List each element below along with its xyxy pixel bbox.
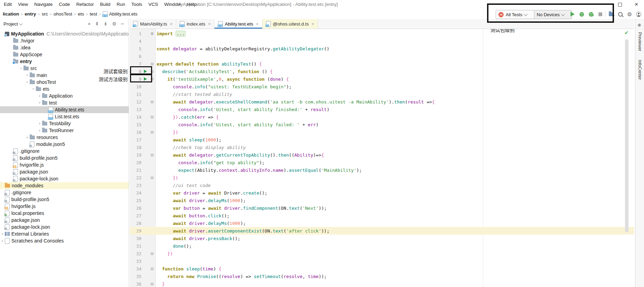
fold-minus-icon[interactable]: ⊟ — [149, 115, 155, 119]
tree-row-testability[interactable]: ›TestAbility — [0, 120, 129, 127]
menu-item-code[interactable]: Code — [56, 0, 73, 9]
tab-ability-test-ets[interactable]: ETSAbility.test.ets× — [215, 19, 262, 29]
tree-row--hvigor[interactable]: .hvigor — [0, 37, 129, 44]
account-button[interactable] — [635, 11, 642, 17]
close-window-button[interactable]: × — [631, 1, 642, 8]
code-line-28[interactable]: 28 await driver.delayMs(1000); — [130, 219, 634, 227]
tree-row-scratches-and-consoles[interactable]: ›Scratches and Consoles — [0, 237, 129, 244]
tree-row--gitignore[interactable]: ⊘.gitignore — [0, 189, 129, 196]
tool-window-infocenter[interactable]: InfoCenter — [637, 60, 642, 80]
chevron-closed-icon[interactable]: › — [0, 231, 5, 236]
fold-plus-icon[interactable]: ⊞ — [149, 31, 155, 36]
tree-row-ets[interactable]: ›ets — [0, 86, 129, 92]
chevron-open-icon[interactable]: › — [25, 80, 30, 85]
code-line-29[interactable]: 29 await driver.assertComponentExist(ON.… — [130, 227, 634, 235]
code-line-5[interactable]: 5const delegator = abilityDelegatorRegis… — [130, 45, 634, 52]
fold-minus-icon[interactable]: ⊟ — [149, 69, 155, 74]
menu-item-tools[interactable]: Tools — [128, 0, 146, 9]
close-tab-icon[interactable]: × — [170, 21, 173, 27]
tool-window-previewer[interactable]: Previewer — [637, 32, 642, 51]
code-line-23[interactable]: 23 //ui test code — [130, 181, 634, 189]
fold-minus-icon[interactable]: ⊟ — [149, 267, 155, 271]
code-line-16[interactable]: 16⊟ }) — [130, 128, 634, 136]
tree-row-ability-test-ets[interactable]: ETSAbility.test.ets — [0, 106, 129, 113]
code-line-18[interactable]: 18 //check top display ability — [130, 144, 634, 151]
chevron-closed-icon[interactable]: › — [0, 238, 5, 243]
code-line-12[interactable]: 12⊟ await delegator.executeShellCommand(… — [130, 98, 634, 106]
code-line-22[interactable]: 22⊟ }) — [130, 174, 634, 181]
fold-minus-icon[interactable]: ⊟ — [149, 282, 155, 286]
tree-row-local-properties[interactable]: ≡local.properties — [0, 210, 129, 217]
close-tab-icon[interactable]: × — [208, 21, 211, 27]
menu-item-refactor[interactable]: Refactor — [73, 0, 97, 9]
code-line-19[interactable]: 19⊟ await delegator.getCurrentTopAbility… — [130, 151, 634, 159]
fold-minus-icon[interactable]: ⊟ — [149, 77, 155, 81]
code-editor[interactable]: 1⊞import ...45const delegator = abilityD… — [130, 29, 634, 287]
code-line-13[interactable]: 13 console.info('Uitest, start ability f… — [130, 106, 634, 113]
profile-run-button[interactable] — [608, 11, 615, 17]
code-line-15[interactable]: 15 console.info('Uitest, start ability f… — [130, 121, 634, 128]
hide-panel-icon[interactable]: ─ — [121, 21, 124, 27]
code-line-30[interactable]: 30 await driver.pressBack(); — [130, 235, 634, 242]
code-line-31[interactable]: 31 done(); — [130, 242, 634, 250]
project-view-dropdown[interactable]: Project — [0, 21, 22, 27]
tree-row-module-json5[interactable]: {}module.json5 — [0, 141, 129, 148]
menu-item-edit[interactable]: Edit — [1, 0, 15, 9]
tree-row-test[interactable]: ›test — [0, 99, 129, 106]
code-line-36[interactable]: 36⊟ } — [130, 280, 634, 287]
code-line-27[interactable]: 27 await button.click(); — [130, 212, 634, 219]
tree-row-external-libraries[interactable]: ›External Libraries — [0, 230, 129, 237]
run-config-dropdown[interactable]: JS All Tests — [496, 10, 535, 19]
tree-row-hvigorfile-js[interactable]: JShvigorfile.js — [0, 161, 129, 168]
debug-button[interactable] — [578, 11, 585, 17]
tree-row-package-json[interactable]: {}package.json — [0, 217, 129, 224]
code-line-14[interactable]: 14⊟ }).catch(err => { — [130, 113, 634, 121]
menu-item-view[interactable]: View — [15, 0, 31, 9]
eye-icon[interactable]: ◉ — [637, 22, 641, 27]
tree-row-list-test-ets[interactable]: ETSList.test.ets — [0, 113, 129, 120]
code-line-20[interactable]: 20 console.info("get top ability"); — [130, 159, 634, 166]
tab-index-ets[interactable]: ETSindex.ets× — [176, 19, 215, 29]
tree-row-hvigorfile-js[interactable]: JShvigorfile.js — [0, 203, 129, 210]
tree-row-build-profile-json5[interactable]: {}build-profile.json5 — [0, 155, 129, 161]
collapse-all-icon[interactable]: ⇟ — [103, 21, 108, 27]
code-line-6[interactable]: 6 — [130, 52, 634, 60]
close-tab-icon[interactable]: × — [256, 21, 259, 27]
tree-row--idea[interactable]: .idea — [0, 44, 129, 51]
tree-row-myapplication[interactable]: MyApplicationC:\Users\lenovo\Desktop\MyA… — [0, 30, 129, 37]
tab--ohos-uitest-d-ts[interactable]: TS@ohos.uitest.d.ts× — [262, 19, 318, 29]
code-line-33[interactable]: 33 — [130, 257, 634, 265]
tree-row-application[interactable]: ›Application — [0, 92, 129, 99]
stop-button[interactable] — [597, 11, 604, 17]
code-line-34[interactable]: 34⊟ function sleep(time) { — [130, 265, 634, 273]
menu-item-run[interactable]: Run — [113, 0, 128, 9]
chevron-open-icon[interactable]: › — [37, 100, 42, 105]
device-dropdown[interactable]: No Devices — [534, 10, 572, 19]
menu-item-build[interactable]: Build — [97, 0, 113, 9]
tree-row-package-lock-json[interactable]: {}package-lock.json — [0, 175, 129, 182]
code-line-24[interactable]: 24 var driver = await Driver.create(); — [130, 189, 634, 197]
search-everywhere-button[interactable] — [617, 11, 624, 17]
code-line-17[interactable]: 17 await sleep(1000); — [130, 136, 634, 144]
code-line-1[interactable]: 1⊞import ... — [130, 30, 634, 37]
editor-scrollbar[interactable] — [625, 39, 628, 232]
tree-row-appscope[interactable]: AppScope — [0, 51, 129, 58]
chevron-closed-icon[interactable]: › — [37, 128, 42, 133]
code-line-9[interactable]: 9⊟ it('testUiExample',0, async function … — [130, 75, 634, 83]
breadcrumb-item-ohostest[interactable]: ohosTest — [53, 11, 73, 17]
code-line-10[interactable]: 10 console.info("uitest: TestUiExample b… — [130, 83, 634, 90]
settings-icon[interactable]: ⚙ — [112, 21, 117, 27]
breadcrumb-item-entry[interactable]: entry — [24, 11, 37, 17]
breadcrumb-item-test[interactable]: test — [89, 11, 98, 17]
menu-item-navigate[interactable]: Navigate — [31, 0, 56, 9]
chevron-closed-icon[interactable]: › — [37, 93, 42, 98]
breadcrumb-item-ability-test-ets[interactable]: ETSAbility.test.ets — [102, 11, 138, 17]
fold-minus-icon[interactable]: ⊟ — [149, 62, 155, 66]
breadcrumb-item-ets[interactable]: ets — [77, 11, 85, 17]
tree-row-package-json[interactable]: {}package.json — [0, 168, 129, 175]
chevron-open-icon[interactable]: › — [31, 87, 36, 91]
tree-row-testrunner[interactable]: ›TestRunner — [0, 127, 129, 134]
debug-coverage-button[interactable]: ↗ — [587, 11, 594, 17]
fold-minus-icon[interactable]: ⊟ — [149, 251, 155, 256]
tree-row-node-modules[interactable]: node_modules — [0, 182, 129, 189]
